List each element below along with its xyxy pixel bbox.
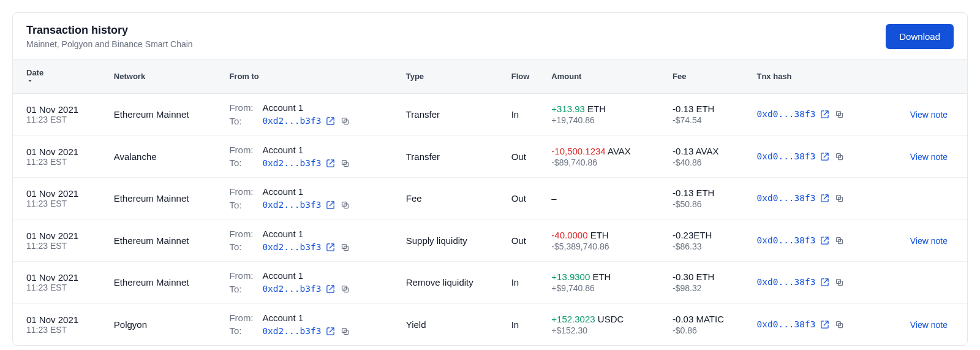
cell-flow: In — [505, 94, 546, 136]
date-main: 01 Nov 2021 — [26, 146, 102, 157]
to-line: To:0xd2...b3f3 — [229, 199, 393, 212]
download-button[interactable]: Download — [886, 24, 954, 49]
amount-sub: +$152.30 — [551, 325, 660, 335]
date-time: 11:23 EST — [26, 199, 102, 208]
to-label: To: — [229, 156, 258, 170]
to-address-link[interactable]: 0xd2...b3f3 — [262, 283, 321, 295]
to-label: To: — [229, 324, 258, 338]
cell-flow: Out — [505, 219, 546, 262]
amount-main: – — [551, 193, 660, 204]
external-link-icon[interactable] — [820, 151, 831, 162]
from-line: From:Account 1 — [229, 101, 393, 115]
from-line: From:Account 1 — [229, 185, 393, 199]
col-amount[interactable]: Amount — [545, 59, 666, 94]
fee-sub: -$98.32 — [673, 283, 744, 293]
external-link-icon[interactable] — [820, 319, 831, 330]
cell-hash: 0xd0...38f3 — [750, 303, 883, 345]
fee-main: -0.13 ETH — [673, 104, 744, 114]
transactions-table: Date Network From to Type Flow Amount Fe… — [13, 59, 967, 345]
fee-sub: -$50.86 — [673, 199, 744, 209]
fee-main: -0.23ETH — [673, 230, 744, 240]
to-address-link[interactable]: 0xd2...b3f3 — [262, 241, 321, 254]
external-link-icon[interactable] — [325, 116, 336, 127]
table-row: 01 Nov 202111:23 ESTEthereum MainnetFrom… — [13, 219, 967, 262]
date-main: 01 Nov 2021 — [26, 104, 102, 115]
copy-icon[interactable] — [339, 325, 350, 337]
cell-fee: -0.13 ETH-$74.54 — [666, 94, 750, 136]
external-link-icon[interactable] — [325, 242, 336, 253]
cell-note: View note — [883, 94, 967, 136]
to-address-link[interactable]: 0xd2...b3f3 — [262, 115, 321, 127]
cell-date: 01 Nov 202111:23 EST — [13, 303, 108, 345]
cell-hash: 0xd0...38f3 — [750, 262, 883, 304]
to-line: To:0xd2...b3f3 — [229, 240, 393, 254]
view-note-link[interactable]: View note — [910, 110, 961, 120]
copy-icon[interactable] — [339, 284, 350, 295]
to-address-link[interactable]: 0xd2...b3f3 — [262, 199, 321, 211]
copy-icon[interactable] — [339, 116, 350, 127]
col-fromto[interactable]: From to — [223, 59, 399, 94]
hash-wrap: 0xd0...38f3 — [756, 150, 877, 163]
cell-network: Ethereum Mainnet — [108, 178, 224, 220]
copy-icon[interactable] — [834, 109, 845, 120]
cell-note — [883, 262, 967, 304]
from-label: From: — [229, 185, 258, 199]
col-fee[interactable]: Fee — [666, 59, 750, 94]
amount-main: -10,500.1234 AVAX — [551, 146, 660, 156]
col-date[interactable]: Date — [13, 59, 108, 94]
col-network[interactable]: Network — [108, 59, 224, 94]
fee-sub: -$86.33 — [673, 242, 744, 251]
date-time: 11:23 EST — [26, 325, 102, 335]
hash-link[interactable]: 0xd0...38f3 — [756, 150, 815, 163]
external-link-icon[interactable] — [820, 235, 831, 246]
copy-icon[interactable] — [834, 319, 845, 330]
external-link-icon[interactable] — [820, 109, 831, 120]
cell-type: Yield — [400, 303, 505, 345]
col-hash[interactable]: Tnx hash — [750, 59, 883, 94]
copy-icon[interactable] — [834, 151, 845, 162]
to-address-link[interactable]: 0xd2...b3f3 — [262, 325, 321, 338]
cell-type: Transfer — [400, 135, 505, 178]
external-link-icon[interactable] — [325, 158, 336, 169]
to-line: To:0xd2...b3f3 — [229, 283, 393, 296]
view-note-link[interactable]: View note — [910, 152, 961, 162]
panel-header-text: Transaction history Mainnet, Polgyon and… — [26, 24, 193, 49]
cell-date: 01 Nov 202111:23 EST — [13, 178, 108, 220]
cell-date: 01 Nov 202111:23 EST — [13, 219, 108, 262]
hash-link[interactable]: 0xd0...38f3 — [756, 192, 815, 205]
external-link-icon[interactable] — [325, 284, 336, 295]
hash-link[interactable]: 0xd0...38f3 — [756, 108, 815, 121]
hash-wrap: 0xd0...38f3 — [756, 234, 877, 247]
from-line: From:Account 1 — [229, 227, 393, 241]
external-link-icon[interactable] — [820, 193, 831, 204]
cell-amount: +152.3023 USDC+$152.30 — [545, 303, 666, 345]
view-note-link[interactable]: View note — [910, 320, 961, 330]
date-time: 11:23 EST — [26, 283, 102, 292]
hash-link[interactable]: 0xd0...38f3 — [756, 276, 815, 289]
copy-icon[interactable] — [339, 158, 350, 169]
external-link-icon[interactable] — [325, 200, 336, 211]
panel-title: Transaction history — [26, 24, 193, 37]
cell-network: Avalanche — [108, 135, 224, 178]
copy-icon[interactable] — [339, 200, 350, 211]
fee-sub: -$0.86 — [673, 325, 744, 335]
hash-link[interactable]: 0xd0...38f3 — [756, 234, 815, 247]
copy-icon[interactable] — [834, 235, 845, 246]
copy-icon[interactable] — [339, 242, 350, 253]
copy-icon[interactable] — [834, 277, 845, 288]
copy-icon[interactable] — [834, 193, 845, 204]
amount-value: – — [551, 193, 556, 204]
table-row: 01 Nov 202111:23 ESTAvalancheFrom:Accoun… — [13, 135, 967, 178]
to-address-link[interactable]: 0xd2...b3f3 — [262, 157, 321, 170]
col-type[interactable]: Type — [400, 59, 505, 94]
col-flow[interactable]: Flow — [505, 59, 546, 94]
cell-date: 01 Nov 202111:23 EST — [13, 262, 108, 304]
cell-note — [883, 178, 967, 220]
external-link-icon[interactable] — [325, 325, 336, 337]
amount-value: -10,500.1234 — [551, 146, 605, 156]
view-note-link[interactable]: View note — [910, 236, 961, 246]
hash-link[interactable]: 0xd0...38f3 — [756, 318, 815, 331]
external-link-icon[interactable] — [820, 277, 831, 288]
cell-flow: Out — [505, 135, 546, 178]
from-value: Account 1 — [262, 101, 303, 115]
